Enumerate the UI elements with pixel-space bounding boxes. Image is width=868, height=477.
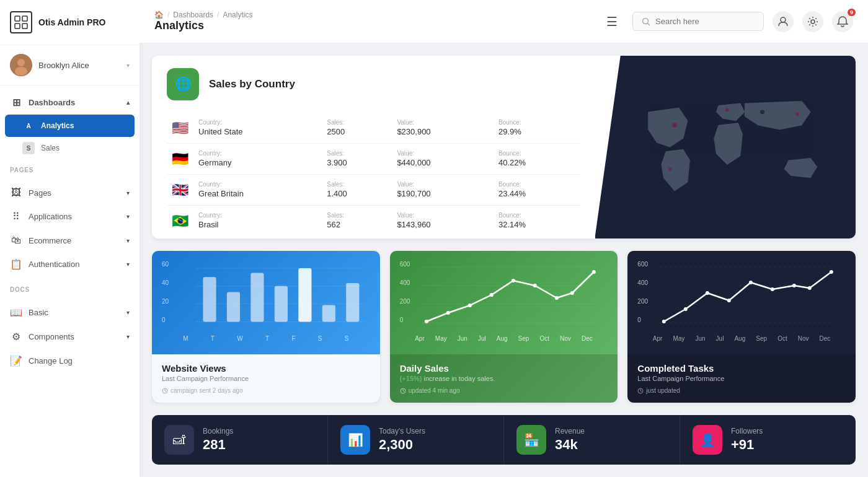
search-icon <box>642 17 650 26</box>
value-col-label: Value: <box>397 181 489 188</box>
website-views-time: campaign sent 2 days ago <box>162 387 370 394</box>
completed-tasks-footer: Completed Tasks Last Campaign Performanc… <box>627 354 856 403</box>
sidebar-pages-section: 🖼 Pages ▾ ⠿ Applications ▾ 🛍 Ecommerce ▾… <box>0 176 140 281</box>
sidebar-item-pages[interactable]: 🖼 Pages ▾ <box>0 181 140 204</box>
daily-sales-pct: (+15%) <box>400 375 422 382</box>
user-icon <box>777 16 789 27</box>
main-content: 🏠 / Dashboards / Analytics Analytics ☰ <box>140 0 868 477</box>
pages-label: Pages <box>29 188 51 198</box>
sales-col-label: Sales: <box>327 150 387 157</box>
sidebar-item-authentication[interactable]: 📋 Authentication ▾ <box>0 252 140 276</box>
basic-label: Basic <box>29 308 48 317</box>
country-name: Germany <box>198 158 231 167</box>
value-col-label: Value: <box>397 150 489 157</box>
value-amount: $230,900 <box>397 127 430 136</box>
sidebar-docs-section: 📖 Basic ▾ ⚙ Components ▾ 📝 Change Log <box>0 295 140 378</box>
stat-icon-followers: 👤 <box>693 425 722 455</box>
search-box[interactable] <box>632 12 764 31</box>
svg-point-36 <box>468 304 472 307</box>
notifications-icon-btn[interactable]: 9 <box>832 11 853 32</box>
stat-item-today_users: 📊 Today's Users 2,300 <box>328 415 504 465</box>
svg-point-7 <box>643 18 649 24</box>
sales-value: 1.400 <box>327 189 347 198</box>
completed-tasks-title: Completed Tasks <box>637 363 846 374</box>
svg-point-40 <box>555 296 559 300</box>
page-title: Analytics <box>154 19 596 32</box>
docs-section-label: DOCS <box>0 281 140 295</box>
svg-point-53 <box>727 299 731 302</box>
components-icon: ⚙ <box>10 331 22 343</box>
sidebar-item-ecommerce[interactable]: 🛍 Ecommerce ▾ <box>0 229 140 252</box>
stat-text-followers: Followers +91 <box>731 427 763 453</box>
svg-rect-1 <box>22 16 27 21</box>
clock-icon <box>162 388 168 394</box>
stat-item-revenue: 🏪 Revenue 34k <box>504 415 680 465</box>
ecommerce-icon: 🛍 <box>10 235 22 246</box>
daily-sales-title: Daily Sales <box>400 363 608 374</box>
settings-icon-btn[interactable] <box>802 11 823 32</box>
bell-icon <box>837 16 848 27</box>
sidebar-user[interactable]: Brooklyn Alice ▾ <box>0 45 140 85</box>
svg-point-58 <box>830 270 833 274</box>
svg-point-39 <box>533 284 537 287</box>
svg-point-51 <box>684 307 688 311</box>
table-row: 🇩🇪 Country: Germany Sales: 3.900 Value: … <box>167 144 580 175</box>
stat-text-bookings: Bookings 281 <box>203 427 233 453</box>
country-flag: 🇩🇪 <box>172 151 188 167</box>
bounce-rate: 23.44% <box>498 189 526 198</box>
pages-section-label: PAGES <box>0 164 140 176</box>
sidebar-item-components[interactable]: ⚙ Components ▾ <box>0 325 140 349</box>
country-flag: 🇧🇷 <box>172 213 188 229</box>
sales-col-label: Sales: <box>327 119 387 126</box>
svg-point-11 <box>672 123 676 128</box>
stat-label-today_users: Today's Users <box>379 427 425 435</box>
sidebar-logo: Otis Admin PRO <box>0 0 140 45</box>
sidebar-item-basic[interactable]: 📖 Basic ▾ <box>0 300 140 325</box>
applications-icon: ⠿ <box>10 211 22 222</box>
country-flag: 🇺🇸 <box>172 120 188 136</box>
completed-tasks-chart-area: 600 400 200 0 <box>627 251 856 354</box>
svg-rect-22 <box>250 273 264 322</box>
svg-point-12 <box>668 167 672 171</box>
daily-sales-chart-area: 600 400 200 0 <box>390 251 618 354</box>
daily-sales-card: 600 400 200 0 <box>390 251 618 403</box>
sidebar-item-applications[interactable]: ⠿ Applications ▾ <box>0 204 140 229</box>
stat-text-today_users: Today's Users 2,300 <box>379 427 425 453</box>
bounce-col-label: Bounce: <box>498 181 575 188</box>
sidebar: Otis Admin PRO Brooklyn Alice ▾ ⊞ Dashbo… <box>0 0 140 477</box>
menu-icon[interactable]: ☰ <box>606 14 618 29</box>
authentication-chevron-icon: ▾ <box>126 261 130 268</box>
search-input[interactable] <box>655 17 755 26</box>
basic-icon: 📖 <box>10 307 22 318</box>
daily-sales-y-labels: 600 400 200 0 <box>400 261 410 323</box>
logo-icon <box>10 11 32 33</box>
profile-icon-btn[interactable] <box>773 11 794 32</box>
pages-icon: 🖼 <box>10 187 22 198</box>
analytics-letter: A <box>22 120 35 132</box>
svg-rect-20 <box>203 277 216 322</box>
sidebar-item-analytics[interactable]: A Analytics <box>5 115 135 137</box>
sidebar-item-changelog[interactable]: 📝 Change Log <box>0 349 140 373</box>
completed-tasks-card: 600 400 200 0 <box>627 251 856 403</box>
website-views-title: Website Views <box>162 363 370 374</box>
svg-line-29 <box>165 391 166 392</box>
breadcrumb: 🏠 / Dashboards / Analytics <box>154 11 596 19</box>
value-amount: $143,960 <box>397 220 430 229</box>
svg-point-9 <box>781 17 786 22</box>
country-col-label: Country: <box>198 212 317 219</box>
website-views-chart-area: 60 40 20 0 <box>152 251 380 354</box>
website-views-subtitle: Last Campaign Performance <box>162 375 370 382</box>
sidebar-dashboards-section: ⊞ Dashboards ▴ A Analytics S Sales <box>0 85 140 164</box>
svg-point-15 <box>795 113 799 116</box>
svg-point-10 <box>811 20 815 24</box>
svg-point-5 <box>17 59 25 66</box>
sales-label: Sales <box>41 144 60 152</box>
svg-point-6 <box>15 67 27 76</box>
clock-icon-3 <box>637 388 644 394</box>
avatar <box>10 54 32 76</box>
bounce-col-label: Bounce: <box>498 150 575 157</box>
svg-rect-0 <box>15 16 20 21</box>
sidebar-item-sales[interactable]: S Sales <box>0 137 140 159</box>
changelog-label: Change Log <box>29 356 73 365</box>
sidebar-item-dashboards[interactable]: ⊞ Dashboards ▴ <box>0 90 140 115</box>
